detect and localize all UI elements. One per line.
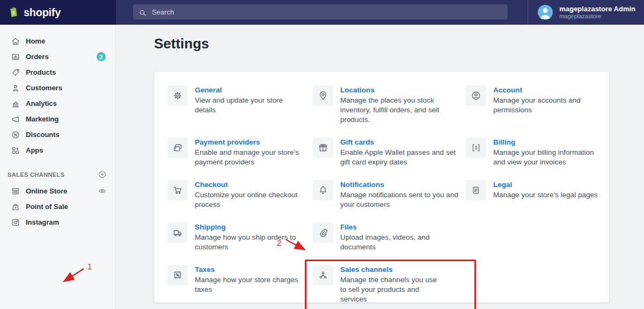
plus-circle-icon [98,170,107,179]
settings-item-description: Manage notifications sent to you and you… [340,190,458,210]
settings-item-title[interactable]: General [195,85,299,95]
settings-grid-item[interactable]: Notifications Manage notifications sent … [313,180,466,210]
sidebar-item-label: Marketing [26,115,58,123]
home-icon [11,37,20,46]
search-icon [138,8,147,16]
truck-icon [167,222,188,243]
settings-item-title[interactable]: Sales channels [340,265,445,274]
shopify-logo[interactable]: S shopify [8,6,61,19]
settings-grid-item[interactable]: Sales channels Manage the channels you u… [313,265,466,304]
customers-icon [11,83,20,93]
page-title: Settings [154,35,209,52]
settings-item-title[interactable]: Gift cards [340,138,458,147]
settings-grid-item[interactable]: Legal Manage your store's legal pages [466,180,598,210]
settings-item-description: Manage how your store charges taxes [195,275,305,294]
payment-icon [167,138,188,158]
settings-item-description: Manage the places you stock inventory, f… [340,96,458,125]
location-pin-icon [313,85,333,106]
settings-grid-item[interactable]: Files Upload images, videos, and documen… [313,222,466,252]
topbar: S shopify mageplazastore Admin mageplaza… [0,0,644,25]
settings-item-title[interactable]: Taxes [195,265,305,274]
gift-icon [313,138,333,158]
settings-grid-item[interactable]: Gift cards Enable Apple Wallet passes an… [313,138,466,167]
shopify-admin-window: S shopify mageplazastore Admin mageplaza… [0,0,644,309]
settings-item-title[interactable]: Notifications [340,180,458,189]
settings-grid-item[interactable]: Payment providers Enable and manage your… [167,138,313,167]
sidebar-item-label: Home [26,37,45,45]
paperclip-icon [313,222,333,243]
settings-item-description: Manage your accounts and permissions [493,96,598,115]
account-icon [466,85,486,106]
sidebar-item-label: Analytics [26,99,57,107]
sales-channels-icon [313,265,333,285]
sidebar-item[interactable]: Orders 2 [0,49,115,64]
sidebar-channel-item[interactable]: S Point of Sale [0,199,115,214]
user-menu[interactable]: mageplazastore Admin mageplazastore [528,0,644,25]
global-search[interactable] [133,4,508,19]
sidebar-item[interactable]: Apps [0,142,115,158]
settings-item-title[interactable]: Account [493,85,598,95]
settings-item-description: Customize your online checkout process [195,190,299,210]
sidebar-channel-item[interactable]: Online Store [0,183,115,199]
svg-text:$: $ [474,145,477,150]
sidebar: Home Orders 2 Products Custome [0,25,116,309]
taxes-icon [167,265,188,285]
sidebar-item[interactable]: Customers [0,80,115,96]
sidebar-item-label: Apps [26,146,43,154]
settings-item-description: Manage your billing information and view… [493,148,598,167]
settings-item-title[interactable]: Legal [493,180,598,189]
products-icon [11,68,20,77]
bell-icon [313,180,333,200]
sidebar-item-label: Discounts [26,131,60,139]
sidebar-item[interactable]: Products [0,64,115,80]
settings-item-description: View and update your store details [195,96,299,115]
sidebar-item-label: Customers [26,84,62,92]
point-of-sale-icon: S [11,202,20,212]
settings-grid-item[interactable]: Shipping Manage how you ship orders to c… [167,222,313,252]
eye-icon[interactable] [98,186,107,196]
sidebar-item[interactable]: Discounts [0,127,115,142]
sidebar-item-label: Products [26,68,56,76]
sidebar-channel-label: Instagram [26,218,59,226]
apps-icon [11,146,20,155]
svg-text:S: S [12,10,15,15]
user-name: mageplazastore Admin [559,5,635,13]
settings-grid-item[interactable]: General View and update your store detai… [167,85,313,125]
settings-item-title[interactable]: Payment providers [195,138,299,147]
sidebar-item-label: Orders [26,53,49,61]
settings-grid-item[interactable]: Account Manage your accounts and permiss… [466,85,598,125]
marketing-icon [11,114,20,124]
sales-channels-heading: SALES CHANNELS [8,171,64,178]
settings-card: General View and update your store detai… [154,71,609,303]
sidebar-channel-label: Online Store [26,187,67,195]
settings-grid-item[interactable]: Taxes Manage how your store charges taxe… [167,265,313,304]
analytics-icon [11,99,20,109]
gear-icon [167,85,188,106]
settings-item-title[interactable]: Locations [340,85,458,95]
settings-item-title[interactable]: Files [340,222,458,232]
settings-grid-item[interactable]: Locations Manage the places you stock in… [313,85,466,125]
settings-item-title[interactable]: Billing [493,138,598,147]
cart-icon [167,180,188,200]
settings-item-title[interactable]: Shipping [195,222,299,232]
sidebar-item[interactable]: Marketing [0,111,115,127]
settings-item-description: Manage the channels you use to sell your… [340,275,445,304]
user-store-name: mageplazastore [559,13,635,20]
instagram-icon [11,218,20,227]
settings-grid-item[interactable]: $ Billing Manage your billing informatio… [466,138,598,167]
settings-item-title[interactable]: Checkout [195,180,299,189]
settings-item-description: Manage your store's legal pages [493,190,598,200]
settings-item-description: Upload images, videos, and documents [340,233,458,252]
settings-item-description: Manage how you ship orders to customers [195,233,299,252]
settings-grid-item[interactable]: Checkout Customize your online checkout … [167,180,313,210]
topbar-brand-area: S shopify [0,0,116,25]
sidebar-item[interactable]: Home [0,33,115,49]
sidebar-channel-item[interactable]: Instagram [0,214,115,230]
sidebar-item[interactable]: Analytics [0,96,115,111]
shopify-wordmark: shopify [24,6,61,19]
search-input[interactable] [152,8,502,16]
add-sales-channel-button[interactable] [98,170,107,179]
discounts-icon [11,130,20,140]
legal-icon [466,180,486,200]
svg-text:S: S [14,206,17,209]
